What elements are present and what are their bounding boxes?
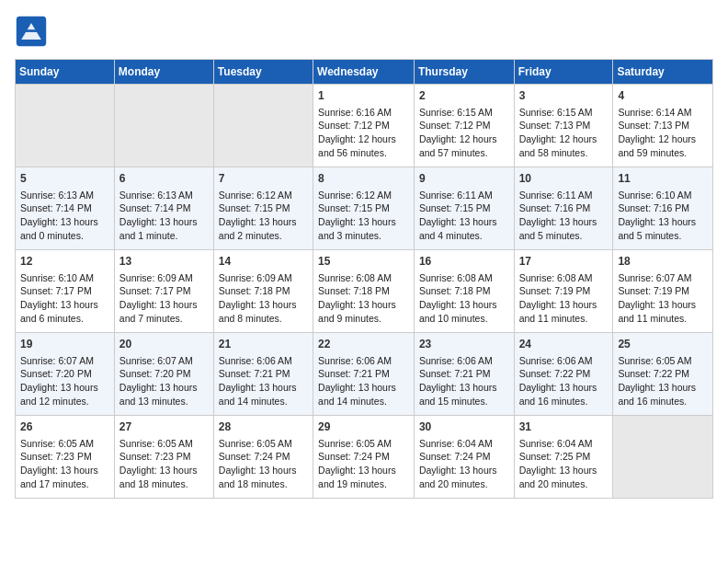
- calendar-cell: [213, 85, 313, 167]
- day-number: 10: [519, 171, 609, 187]
- week-row-1: 5Sunrise: 6:13 AM Sunset: 7:14 PM Daylig…: [16, 167, 713, 250]
- day-info: Sunrise: 6:15 AM Sunset: 7:13 PM Dayligh…: [519, 106, 609, 160]
- svg-rect-2: [23, 29, 40, 32]
- calendar-cell: [613, 416, 713, 499]
- calendar-cell: 20Sunrise: 6:07 AM Sunset: 7:20 PM Dayli…: [114, 333, 213, 416]
- calendar-cell: 21Sunrise: 6:06 AM Sunset: 7:21 PM Dayli…: [213, 333, 313, 416]
- calendar-cell: 14Sunrise: 6:09 AM Sunset: 7:18 PM Dayli…: [213, 250, 313, 333]
- day-info: Sunrise: 6:08 AM Sunset: 7:19 PM Dayligh…: [519, 271, 609, 326]
- day-info: Sunrise: 6:13 AM Sunset: 7:14 PM Dayligh…: [20, 189, 109, 243]
- day-number: 9: [419, 171, 509, 187]
- day-number: 31: [519, 419, 609, 435]
- day-info: Sunrise: 6:13 AM Sunset: 7:14 PM Dayligh…: [119, 189, 209, 243]
- day-info: Sunrise: 6:07 AM Sunset: 7:20 PM Dayligh…: [20, 354, 109, 408]
- day-info: Sunrise: 6:11 AM Sunset: 7:15 PM Dayligh…: [419, 189, 509, 243]
- calendar-cell: 7Sunrise: 6:12 AM Sunset: 7:15 PM Daylig…: [213, 167, 313, 250]
- calendar-table: SundayMondayTuesdayWednesdayThursdayFrid…: [15, 59, 713, 499]
- calendar-header: SundayMondayTuesdayWednesdayThursdayFrid…: [16, 60, 713, 85]
- day-info: Sunrise: 6:12 AM Sunset: 7:15 PM Dayligh…: [219, 189, 308, 243]
- calendar-cell: [16, 85, 115, 167]
- day-number: 18: [618, 254, 708, 270]
- calendar-cell: 11Sunrise: 6:10 AM Sunset: 7:16 PM Dayli…: [613, 167, 713, 250]
- calendar-body: 1Sunrise: 6:16 AM Sunset: 7:12 PM Daylig…: [16, 85, 713, 499]
- day-info: Sunrise: 6:08 AM Sunset: 7:18 PM Dayligh…: [419, 271, 509, 326]
- day-info: Sunrise: 6:06 AM Sunset: 7:22 PM Dayligh…: [519, 354, 609, 408]
- header-row: SundayMondayTuesdayWednesdayThursdayFrid…: [16, 60, 713, 85]
- day-number: 7: [219, 171, 308, 187]
- day-info: Sunrise: 6:06 AM Sunset: 7:21 PM Dayligh…: [318, 354, 409, 408]
- day-info: Sunrise: 6:05 AM Sunset: 7:24 PM Dayligh…: [318, 437, 409, 491]
- day-number: 4: [618, 88, 708, 104]
- header-monday: Monday: [114, 60, 213, 85]
- logo: [15, 15, 53, 48]
- day-info: Sunrise: 6:06 AM Sunset: 7:21 PM Dayligh…: [219, 354, 308, 408]
- day-info: Sunrise: 6:09 AM Sunset: 7:18 PM Dayligh…: [219, 271, 308, 326]
- day-number: 12: [20, 254, 109, 270]
- day-number: 11: [618, 171, 708, 187]
- header-thursday: Thursday: [414, 60, 514, 85]
- calendar-cell: 26Sunrise: 6:05 AM Sunset: 7:23 PM Dayli…: [16, 416, 115, 499]
- day-number: 23: [419, 337, 509, 352]
- day-number: 13: [119, 254, 209, 270]
- calendar-cell: 6Sunrise: 6:13 AM Sunset: 7:14 PM Daylig…: [114, 167, 213, 250]
- week-row-0: 1Sunrise: 6:16 AM Sunset: 7:12 PM Daylig…: [16, 85, 713, 167]
- calendar-cell: 25Sunrise: 6:05 AM Sunset: 7:22 PM Dayli…: [613, 333, 713, 416]
- day-number: 17: [519, 254, 609, 270]
- day-number: 24: [519, 337, 609, 352]
- calendar-cell: 5Sunrise: 6:13 AM Sunset: 7:14 PM Daylig…: [16, 167, 115, 250]
- day-number: 19: [20, 337, 109, 352]
- header-tuesday: Tuesday: [213, 60, 313, 85]
- day-info: Sunrise: 6:15 AM Sunset: 7:12 PM Dayligh…: [419, 106, 509, 160]
- day-info: Sunrise: 6:05 AM Sunset: 7:23 PM Dayligh…: [119, 437, 209, 491]
- day-info: Sunrise: 6:05 AM Sunset: 7:22 PM Dayligh…: [618, 354, 708, 408]
- calendar-cell: 18Sunrise: 6:07 AM Sunset: 7:19 PM Dayli…: [613, 250, 713, 333]
- day-number: 28: [219, 419, 308, 435]
- day-number: 22: [318, 337, 409, 352]
- day-info: Sunrise: 6:08 AM Sunset: 7:18 PM Dayligh…: [318, 271, 409, 326]
- logo-icon: [15, 15, 48, 48]
- calendar-cell: 15Sunrise: 6:08 AM Sunset: 7:18 PM Dayli…: [313, 250, 415, 333]
- calendar-cell: 9Sunrise: 6:11 AM Sunset: 7:15 PM Daylig…: [414, 167, 514, 250]
- day-number: 14: [219, 254, 308, 270]
- day-number: 16: [419, 254, 509, 270]
- day-number: 8: [318, 171, 409, 187]
- day-info: Sunrise: 6:12 AM Sunset: 7:15 PM Dayligh…: [318, 189, 409, 243]
- header-saturday: Saturday: [613, 60, 713, 85]
- day-number: 20: [119, 337, 209, 352]
- week-row-4: 26Sunrise: 6:05 AM Sunset: 7:23 PM Dayli…: [16, 416, 713, 499]
- day-info: Sunrise: 6:05 AM Sunset: 7:24 PM Dayligh…: [219, 437, 308, 491]
- day-number: 6: [119, 171, 209, 187]
- day-info: Sunrise: 6:09 AM Sunset: 7:17 PM Dayligh…: [119, 271, 209, 326]
- day-info: Sunrise: 6:07 AM Sunset: 7:20 PM Dayligh…: [119, 354, 209, 408]
- calendar-cell: 10Sunrise: 6:11 AM Sunset: 7:16 PM Dayli…: [514, 167, 613, 250]
- day-number: 3: [519, 88, 609, 104]
- calendar-cell: 4Sunrise: 6:14 AM Sunset: 7:13 PM Daylig…: [613, 85, 713, 167]
- calendar-cell: 19Sunrise: 6:07 AM Sunset: 7:20 PM Dayli…: [16, 333, 115, 416]
- header-sunday: Sunday: [16, 60, 115, 85]
- calendar-cell: 16Sunrise: 6:08 AM Sunset: 7:18 PM Dayli…: [414, 250, 514, 333]
- day-number: 5: [20, 171, 109, 187]
- day-info: Sunrise: 6:11 AM Sunset: 7:16 PM Dayligh…: [519, 189, 609, 243]
- calendar-cell: 1Sunrise: 6:16 AM Sunset: 7:12 PM Daylig…: [313, 85, 415, 167]
- calendar-cell: 8Sunrise: 6:12 AM Sunset: 7:15 PM Daylig…: [313, 167, 415, 250]
- week-row-2: 12Sunrise: 6:10 AM Sunset: 7:17 PM Dayli…: [16, 250, 713, 333]
- calendar-cell: 23Sunrise: 6:06 AM Sunset: 7:21 PM Dayli…: [414, 333, 514, 416]
- day-info: Sunrise: 6:10 AM Sunset: 7:17 PM Dayligh…: [20, 271, 109, 326]
- header-friday: Friday: [514, 60, 613, 85]
- day-info: Sunrise: 6:14 AM Sunset: 7:13 PM Dayligh…: [618, 106, 708, 160]
- day-number: 30: [419, 419, 509, 435]
- day-info: Sunrise: 6:06 AM Sunset: 7:21 PM Dayligh…: [419, 354, 509, 408]
- calendar-cell: 12Sunrise: 6:10 AM Sunset: 7:17 PM Dayli…: [16, 250, 115, 333]
- calendar-cell: [114, 85, 213, 167]
- day-number: 15: [318, 254, 409, 270]
- day-number: 26: [20, 419, 109, 435]
- calendar-cell: 27Sunrise: 6:05 AM Sunset: 7:23 PM Dayli…: [114, 416, 213, 499]
- day-number: 2: [419, 88, 509, 104]
- calendar-cell: 31Sunrise: 6:04 AM Sunset: 7:25 PM Dayli…: [514, 416, 613, 499]
- day-number: 1: [318, 88, 409, 104]
- calendar-cell: 2Sunrise: 6:15 AM Sunset: 7:12 PM Daylig…: [414, 85, 514, 167]
- day-info: Sunrise: 6:05 AM Sunset: 7:23 PM Dayligh…: [20, 437, 109, 491]
- day-info: Sunrise: 6:04 AM Sunset: 7:25 PM Dayligh…: [519, 437, 609, 491]
- header-wednesday: Wednesday: [313, 60, 415, 85]
- calendar-cell: 3Sunrise: 6:15 AM Sunset: 7:13 PM Daylig…: [514, 85, 613, 167]
